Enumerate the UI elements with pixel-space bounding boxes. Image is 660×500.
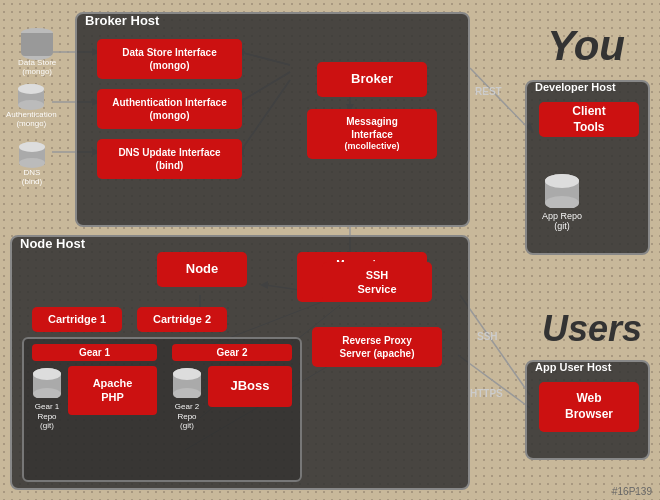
gear2-action: JBoss [208,366,292,407]
data-store-cylinder: Data Store (mongo) [18,28,56,76]
auth-label: Authentication (mongo) [6,110,57,128]
broker-host-label: Broker Host [85,13,159,28]
gear1-repo-label: Gear 1 Repo (git) [32,402,62,431]
developer-host-label: Developer Host [535,81,616,93]
svg-line-23 [470,68,530,130]
svg-line-26 [460,295,530,395]
gears-container: Gear 1 Gear 1 Repo (git) [22,337,302,482]
svg-point-44 [19,142,45,152]
gear1-action: Apache PHP [68,366,157,415]
data-store-interface: Data Store Interface (mongo) [97,39,242,79]
users-heading: Users [542,308,642,350]
svg-point-43 [19,158,45,168]
dns-label: DNS (bind) [22,168,42,186]
ssh-service: SSH Service [322,262,432,302]
svg-point-33 [22,30,52,42]
svg-text:HTTPS: HTTPS [470,388,503,399]
node-host-label: Node Host [20,236,85,251]
you-heading: You [547,22,625,70]
app-repo: App Repo (git) [542,172,582,231]
svg-point-52 [173,368,201,380]
id-label: #16P139 [612,486,652,497]
data-store-label: Data Store (mongo) [18,58,56,76]
node-host-box: Node Host Messaging Interface (mcollecti… [10,235,470,490]
node: Node [157,252,247,287]
web-browser: Web Browser [539,382,639,432]
broker-messaging-interface: Messaging Interface (mcollective) [307,109,437,159]
cartridge1: Cartridge 1 [32,307,122,332]
gear1-label: Gear 1 [32,344,157,361]
svg-point-40 [18,84,44,94]
app-user-host-label: App User Host [535,361,611,373]
gear1-area: Gear 1 Gear 1 Repo (git) [32,344,157,431]
gear2-area: Gear 2 Gear 2 Repo (git) [172,344,292,431]
gear2-repo-label: Gear 2 Repo (git) [172,402,202,431]
main-container: REST SSH HTTPS Data Store (mongo) [0,0,660,500]
svg-point-48 [33,368,61,380]
app-user-host-box: App User Host Web Browser [525,360,650,460]
svg-text:SSH: SSH [477,331,498,342]
reverse-proxy: Reverse Proxy Server (apache) [312,327,442,367]
app-repo-label: App Repo (git) [542,211,582,231]
svg-point-56 [545,174,579,188]
cartridge2: Cartridge 2 [137,307,227,332]
dns-interface: DNS Update Interface (bind) [97,139,242,179]
auth-cylinder: Authentication (mongo) [6,82,57,128]
svg-text:REST: REST [475,86,502,97]
developer-host-box: Developer Host Client Tools App Repo (gi… [525,80,650,255]
broker-host-box: Broker Host Data Store Interface (mongo)… [75,12,470,227]
gear2-label: Gear 2 [172,344,292,361]
auth-interface: Authentication Interface (mongo) [97,89,242,129]
broker: Broker [317,62,427,97]
svg-point-39 [18,100,44,110]
svg-point-36 [22,30,52,42]
client-tools: Client Tools [539,102,639,137]
svg-point-35 [22,48,52,60]
dns-cylinder: DNS (bind) [18,140,46,186]
svg-rect-34 [22,36,52,54]
